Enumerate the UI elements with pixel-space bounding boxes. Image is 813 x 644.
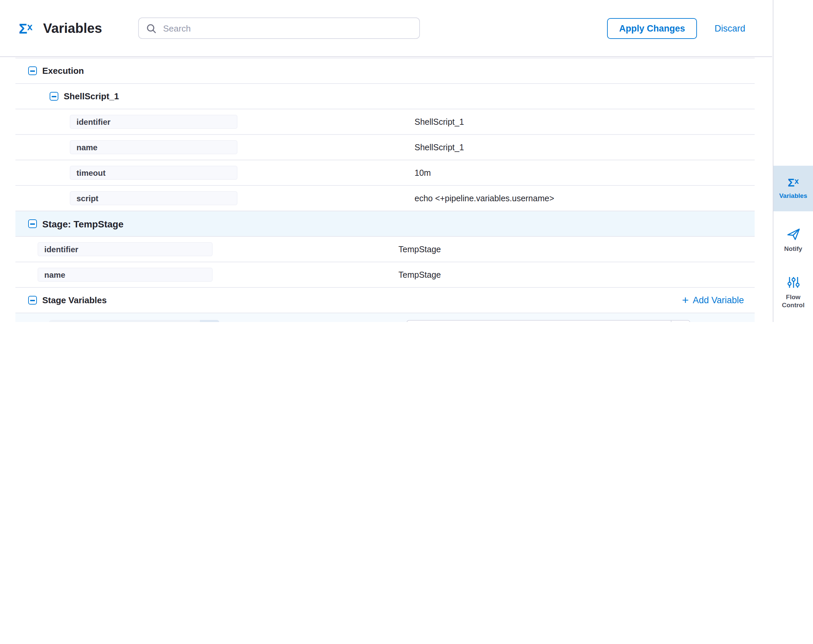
field-label: name [70,140,238,154]
field-row-name: name TempStage [15,262,755,288]
field-value: TempStage [399,237,441,262]
field-row-timeout: timeout 10m [15,160,755,186]
field-row-script: script echo <+pipeline.variables.usernam… [15,186,755,211]
rail-label: Flow Control [773,293,813,309]
rail-item-notify[interactable]: Notify [773,227,813,253]
variable-row-demo: demo - <+input> Σˣ ⚙ ✎ [15,313,755,322]
field-label: identifier [38,242,213,256]
section-label: ShellScript_1 [64,91,119,101]
field-value: echo <+pipeline.variables.username> [414,186,554,211]
required-dash: - [227,313,230,322]
field-label: name [38,268,213,282]
field-label: timeout [70,166,238,180]
field-value: ShellScript_1 [414,109,464,134]
stage-title: Stage: TempStage [42,218,123,229]
header: Σˣ Variables Apply Changes Discard [0,0,772,57]
plus-icon: + [682,294,689,306]
row-actions: ⚙ ✎ [704,313,747,322]
collapse-icon[interactable] [50,92,58,101]
tree-row-shellscript: ShellScript_1 [15,84,755,109]
search-box[interactable] [138,17,420,39]
field-value: TempStage [399,262,441,287]
right-rail: Σˣ Variables Notify Flow Control Policy … [773,0,813,322]
field-label-text: name [44,270,65,279]
search-input[interactable] [162,23,412,34]
collapse-icon[interactable] [28,66,37,75]
field-row-identifier: identifier TempStage [15,237,755,262]
field-label: identifier [70,115,238,129]
rail-label: Notify [782,245,804,253]
search-icon [146,23,156,33]
discard-button[interactable]: Discard [715,23,745,33]
field-value: 10m [414,160,431,185]
variables-tree: Execution ShellScript_1 identifier Shell… [15,58,755,322]
collapse-icon[interactable] [28,296,37,305]
field-label-text: name [77,143,98,152]
tree-row-stage-tempstage: Stage: TempStage [15,211,755,237]
collapse-icon[interactable] [28,219,37,228]
tree-row-stage-variables: Stage Variables + Add Variable [15,288,755,313]
rail-item-variables[interactable]: Σˣ Variables [773,166,813,211]
field-label: script [70,191,238,205]
field-value: ShellScript_1 [414,135,464,159]
sliders-icon [786,275,801,290]
add-variable-button[interactable]: + Add Variable [682,288,744,313]
field-label-text: identifier [44,245,78,254]
variable-name-input[interactable]: demo [49,320,219,322]
field-label-text: identifier [77,117,110,126]
sigma-x-icon: Σˣ [19,21,32,35]
page-title: Variables [43,20,102,36]
variables-panel: Σˣ Variables Apply Changes Discard Execu… [0,0,813,322]
section-label: Stage Variables [42,295,107,305]
copy-icon[interactable] [200,320,219,322]
apply-changes-button[interactable]: Apply Changes [607,18,697,38]
section-label: Execution [42,66,84,76]
rail-item-flow-control[interactable]: Flow Control [773,275,813,309]
field-row-identifier: identifier ShellScript_1 [15,109,755,135]
rail-label: Variables [777,192,809,200]
paper-plane-icon [786,227,801,241]
tree-row-execution: Execution [15,58,755,84]
variable-value-input[interactable]: <+input> Σˣ [406,320,690,322]
field-label-text: timeout [77,168,106,178]
field-row-name: name ShellScript_1 [15,135,755,160]
sigma-x-icon: Σˣ [788,177,799,189]
add-variable-label: Add Variable [693,295,744,305]
expression-toggle[interactable]: Σˣ [671,320,690,322]
field-label-text: script [77,193,98,203]
